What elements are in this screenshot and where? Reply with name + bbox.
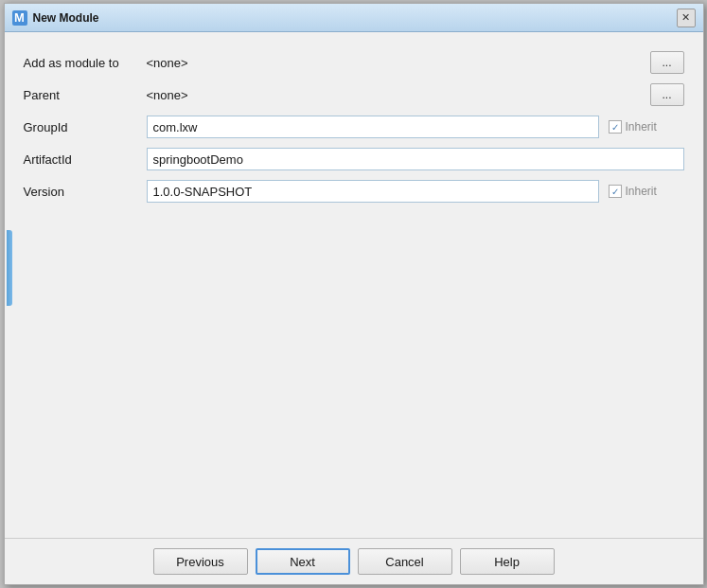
title-bar: M New Module ✕ — [5, 4, 703, 32]
version-inherit-area: Inherit — [609, 185, 684, 198]
dialog-title: New Module — [33, 11, 677, 25]
group-id-input[interactable] — [147, 116, 599, 138]
artifact-id-row: ArtifactId — [24, 148, 684, 170]
group-id-inherit-area: Inherit — [609, 120, 684, 134]
previous-button[interactable]: Previous — [153, 548, 248, 575]
group-id-inherit-label: Inherit — [626, 120, 657, 134]
parent-row: Parent <none> ... — [24, 83, 684, 106]
artifact-id-label: ArtifactId — [24, 152, 137, 167]
next-button[interactable]: Next — [256, 548, 350, 575]
help-button[interactable]: Help — [460, 548, 555, 575]
form-area: Add as module to <none> ... Parent <none… — [24, 51, 684, 203]
parent-value: <none> — [147, 88, 641, 102]
add-as-module-value: <none> — [147, 56, 641, 70]
left-accent-bar — [7, 230, 12, 306]
version-inherit-label: Inherit — [626, 185, 657, 198]
version-input[interactable] — [147, 180, 599, 203]
version-row: Version Inherit — [24, 180, 684, 203]
group-id-row: GroupId Inherit — [24, 116, 684, 138]
new-module-dialog: M New Module ✕ Add as module to <none> .… — [4, 3, 704, 585]
dialog-footer: Previous Next Cancel Help — [5, 538, 703, 584]
dialog-content: Add as module to <none> ... Parent <none… — [5, 32, 703, 538]
group-id-label: GroupId — [24, 120, 137, 134]
add-as-module-browse-button[interactable]: ... — [650, 51, 684, 74]
cancel-button[interactable]: Cancel — [358, 548, 452, 575]
version-label: Version — [24, 185, 137, 199]
parent-label: Parent — [24, 88, 137, 102]
add-as-module-label: Add as module to — [24, 56, 137, 70]
parent-browse-button[interactable]: ... — [650, 83, 684, 106]
group-id-inherit-checkbox[interactable] — [609, 120, 622, 134]
dialog-icon: M — [12, 10, 27, 26]
version-inherit-checkbox[interactable] — [609, 185, 622, 198]
artifact-id-input[interactable] — [147, 148, 684, 170]
close-button[interactable]: ✕ — [677, 9, 696, 27]
add-as-module-row: Add as module to <none> ... — [24, 51, 684, 74]
